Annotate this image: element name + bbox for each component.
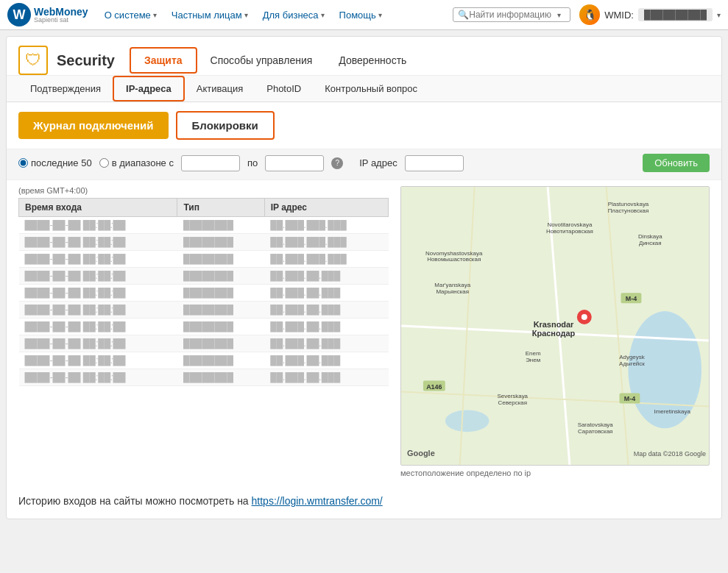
cell-time: ████-██-██ ██:██:██ <box>19 302 177 318</box>
ip-filter-input[interactable] <box>405 155 464 171</box>
cell-time: ████-██-██ ██:██:██ <box>19 268 177 285</box>
svg-text:Novomyshastovskaya: Novomyshastovskaya <box>425 250 483 257</box>
tab-protection[interactable]: Защита <box>130 47 197 74</box>
last50-label: последние 50 <box>31 157 92 168</box>
radio-range[interactable] <box>99 158 109 168</box>
map-caption: местоположение определено по ip <box>400 469 710 477</box>
cell-type: ████████ <box>177 302 264 318</box>
wmid-label: WMID: <box>604 10 634 21</box>
journal-button[interactable]: Журнал подключений <box>18 112 169 139</box>
svg-text:Адыгейск: Адыгейск <box>619 360 645 367</box>
svg-text:Динская: Динская <box>639 240 662 246</box>
content-area: (время GMT+4:00) Время входа Тип IP адре… <box>7 180 721 489</box>
cell-ip: ██.███.███.███ <box>264 217 388 234</box>
svg-text:Krasnodar: Krasnodar <box>534 320 574 329</box>
search-icon: 🔍 <box>458 10 469 20</box>
svg-point-27 <box>582 314 587 320</box>
cell-type: ████████ <box>177 335 264 352</box>
timezone-note: (время GMT+4:00) <box>18 186 389 195</box>
bottom-section: Историю входов на сайты можно посмотреть… <box>7 489 721 519</box>
nav-about[interactable]: О системе ▾ <box>97 7 164 24</box>
main-content: 🛡 Security Защита Способы управления Дов… <box>6 36 722 519</box>
chevron-down-icon: ▾ <box>378 11 382 19</box>
tab-activation[interactable]: Активация <box>185 77 255 100</box>
svg-text:Mar'yanskaya: Mar'yanskaya <box>434 282 470 288</box>
cell-type: ████████ <box>177 217 264 234</box>
radio-last50[interactable] <box>18 158 28 168</box>
chevron-down-icon: ▾ <box>244 11 248 19</box>
svg-text:Саратовская: Саратовская <box>578 428 612 435</box>
radio-range-label[interactable]: в диапазоне с <box>99 157 174 168</box>
cell-type: ████████ <box>177 352 264 369</box>
cell-time: ████-██-██ ██:██:██ <box>19 217 177 234</box>
range-from-input[interactable] <box>181 155 240 171</box>
svg-point-2 <box>445 410 490 432</box>
cell-ip: ██.███.██.███ <box>264 352 388 369</box>
brand-logo: W WebMoney Sapienti sat <box>7 3 88 26</box>
tab-confirmations[interactable]: Подтверждения <box>18 77 113 100</box>
table-row: ████-██-██ ██:██:████████████.███.██.███ <box>19 302 389 318</box>
tab-photoid[interactable]: PhotoID <box>255 77 313 100</box>
radio-last50-label[interactable]: последние 50 <box>18 157 92 168</box>
svg-text:Пластуновская: Пластуновская <box>608 207 649 214</box>
cell-time: ████-██-██ ██:██:██ <box>19 369 177 386</box>
nav-help[interactable]: Помощь ▾ <box>332 7 389 24</box>
svg-text:Imeretinskaya: Imeretinskaya <box>654 408 690 415</box>
range-label: в диапазоне с <box>112 157 174 168</box>
table-row: ████-██-██ ██:██:████████████.███.██.███ <box>19 318 389 335</box>
nav-business[interactable]: Для бизнеса ▾ <box>255 7 332 24</box>
map-container: M-4 A146 M-4 Plastunovskaya Пластуновска… <box>400 186 710 466</box>
table-row: ████-██-██ ██:██:████████████.███.███.██… <box>19 234 389 251</box>
svg-text:Adygeysk: Adygeysk <box>619 354 644 360</box>
range-to-label: по <box>247 157 258 168</box>
tab-security-question[interactable]: Контрольный вопрос <box>313 77 429 100</box>
tab-trust[interactable]: Доверенность <box>325 49 420 72</box>
tab-ip[interactable]: IP-адреса <box>113 76 185 102</box>
cell-ip: ██.███.██.███ <box>264 335 388 352</box>
cell-time: ████-██-██ ██:██:██ <box>19 251 177 268</box>
cell-time: ████-██-██ ██:██:██ <box>19 335 177 352</box>
svg-text:Новотитаровская: Новотитаровская <box>546 228 593 235</box>
main-nav: О системе ▾ Частным лицам ▾ Для бизнеса … <box>97 7 445 24</box>
svg-text:Dinskaya: Dinskaya <box>638 233 662 240</box>
search-input[interactable] <box>469 10 557 20</box>
refresh-button[interactable]: Обновить <box>643 154 710 172</box>
cell-ip: ██.███.███.███ <box>264 251 388 268</box>
svg-text:Краснодар: Краснодар <box>532 329 576 338</box>
blockings-button[interactable]: Блокировки <box>176 111 275 140</box>
map-area: M-4 A146 M-4 Plastunovskaya Пластуновска… <box>400 186 710 477</box>
brand-sub: Sapienti sat <box>34 17 88 24</box>
wmtransfer-link[interactable]: https://login.wmtransfer.com/ <box>252 495 383 507</box>
filter-row: последние 50 в диапазоне с по ? IP адрес… <box>7 149 721 180</box>
help-icon[interactable]: ? <box>331 157 343 169</box>
svg-text:Энем: Энем <box>526 357 540 363</box>
table-row: ████-██-██ ██:██:████████████.███.███.██… <box>19 217 389 234</box>
logo-icon: W <box>7 3 31 26</box>
wmid-section: 🐧 WMID: ██████████ ▾ <box>579 4 721 25</box>
svg-text:Plastunovskaya: Plastunovskaya <box>608 201 649 207</box>
cell-type: ████████ <box>177 251 264 268</box>
range-to-input[interactable] <box>265 155 324 171</box>
cell-time: ████-██-██ ██:██:██ <box>19 285 177 302</box>
svg-text:Severskaya: Severskaya <box>498 393 529 399</box>
cell-ip: ██.███.██.███ <box>264 302 388 318</box>
col-ip: IP адрес <box>264 199 388 217</box>
top-tab-group: Защита Способы управления Доверенность <box>130 47 420 74</box>
tab-methods[interactable]: Способы управления <box>197 49 326 72</box>
security-header: 🛡 Security Защита Способы управления Дов… <box>7 37 721 76</box>
cell-ip: ██.███.██.███ <box>264 369 388 386</box>
cell-ip: ██.███.██.███ <box>264 285 388 302</box>
avatar: 🐧 <box>579 4 600 25</box>
nav-private[interactable]: Частным лицам ▾ <box>164 7 255 24</box>
table-row: ████-██-██ ██:██:████████████.███.██.███ <box>19 369 389 386</box>
wmid-value: ██████████ <box>638 8 713 21</box>
cell-type: ████████ <box>177 369 264 386</box>
cell-ip: ██.███.███.███ <box>264 234 388 251</box>
table-row: ████-██-██ ██:██:████████████.███.██.███ <box>19 352 389 369</box>
cell-ip: ██.███.██.███ <box>264 318 388 335</box>
cell-time: ████-██-██ ██:██:██ <box>19 352 177 369</box>
svg-text:Марьянская: Марьянская <box>436 288 469 295</box>
cell-type: ████████ <box>177 318 264 335</box>
table-row: ████-██-██ ██:██:████████████.███.██.███ <box>19 268 389 285</box>
svg-text:A146: A146 <box>426 383 442 391</box>
